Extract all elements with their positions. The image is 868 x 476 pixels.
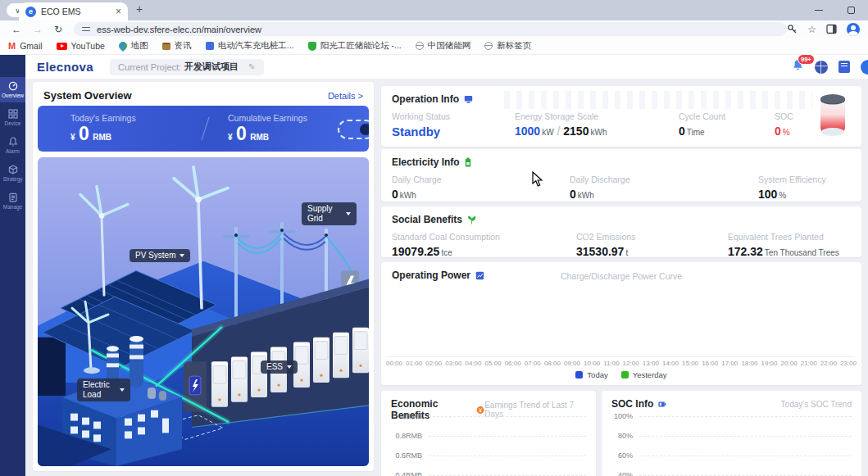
- project-name: 开发调试项目: [184, 61, 239, 73]
- y-tick: 0.4RMB: [389, 471, 422, 476]
- new-tab-button[interactable]: +: [136, 2, 143, 16]
- url-bar[interactable]: ess-web-dev.sfere-elec.cn/main/overview: [74, 22, 787, 36]
- energy-scene-illustration: PV System Supply Grid ESS Electric Load: [38, 157, 369, 466]
- bookmark-youtube[interactable]: YouTube: [57, 41, 105, 51]
- legend-today[interactable]: Today: [575, 370, 607, 379]
- reload-icon[interactable]: ↻: [54, 24, 62, 35]
- leaf-icon: [467, 215, 476, 224]
- sidebar-item-strategy[interactable]: Strategy: [0, 161, 25, 186]
- mouse-cursor: [532, 171, 543, 188]
- panel-title: System Overview: [43, 89, 132, 102]
- system-overview-panel: System Overview Details > Today's Earnin…: [33, 82, 374, 471]
- briefcase-icon: [162, 43, 170, 50]
- cube-icon: [8, 165, 18, 175]
- yesterday-swatch: [621, 371, 629, 379]
- x-axis-tick: 07:00: [525, 360, 541, 367]
- side-panel-icon[interactable]: [826, 24, 837, 34]
- password-key-icon[interactable]: [787, 24, 798, 34]
- bookmark-newtab[interactable]: 新标签页: [484, 40, 531, 52]
- power-chart-plot-area: [388, 287, 855, 357]
- browser-toolbar: ← → ↻ ess-web-dev.sfere-elec.cn/main/ove…: [0, 20, 868, 38]
- browser-profile-avatar[interactable]: [847, 23, 860, 36]
- x-axis-tick: 12:00: [623, 360, 639, 367]
- main-content: System Overview Details > Today's Earnin…: [25, 79, 868, 476]
- x-axis-tick: 05:00: [485, 360, 502, 367]
- x-axis-tick: 14:00: [662, 360, 679, 367]
- gridline: [429, 436, 586, 437]
- bookmark-star-icon[interactable]: ☆: [807, 25, 816, 34]
- device-grid-icon: [8, 109, 18, 119]
- y-tick: 60%: [610, 451, 633, 460]
- url-text[interactable]: ess-web-dev.sfere-elec.cn/main/overview: [97, 25, 261, 34]
- user-avatar[interactable]: [861, 60, 868, 75]
- bookmark-gmail[interactable]: MGmail: [8, 41, 43, 51]
- cumulative-earnings: Cumulative Earnings ¥ 0 RMB: [228, 113, 307, 143]
- chevron-down-icon: [120, 388, 125, 392]
- x-axis-tick: 22:00: [820, 360, 837, 367]
- language-icon[interactable]: [815, 61, 828, 74]
- stat-trees: Equivalent Trees Planted 172.32Ten Thous…: [728, 232, 851, 258]
- social-benefits-card: Social Benefits Standard Coal Consumptio…: [381, 206, 861, 257]
- sidebar-item-alarm[interactable]: Alarm: [0, 133, 25, 158]
- gridline: [429, 416, 586, 417]
- ess-label[interactable]: ESS: [261, 360, 298, 374]
- sidebar-item-manage[interactable]: Manage: [0, 188, 25, 214]
- forward-icon[interactable]: →: [33, 24, 43, 35]
- todays-earnings: Today's Earnings ¥ 0 RMB: [70, 113, 136, 143]
- manual-icon[interactable]: [838, 61, 850, 73]
- brand-logo: Elecnova: [37, 60, 93, 74]
- card-title: SOC Info: [611, 398, 653, 410]
- gauge-icon: [8, 81, 18, 91]
- back-icon[interactable]: ←: [11, 24, 21, 35]
- operation-info-card: Operation Info Working Status Standby En…: [381, 86, 861, 147]
- chevron-down-icon: [287, 365, 292, 369]
- project-label: Current Project:: [118, 62, 181, 72]
- tab-close-icon[interactable]: ×: [116, 7, 121, 16]
- sidebar-item-device[interactable]: Device: [0, 105, 25, 130]
- notifications-button[interactable]: 99+: [792, 59, 804, 75]
- x-axis: 00:0001:0002:0003:0004:0005:0006:0007:00…: [386, 360, 857, 367]
- x-axis-tick: 11:00: [603, 360, 619, 367]
- y-tick: 0.6RMB: [389, 451, 422, 460]
- site-info-icon[interactable]: [82, 27, 90, 31]
- bookmark-cnesa[interactable]: 中国储能网: [416, 40, 471, 52]
- card-title: Social Benefits: [392, 214, 462, 225]
- electric-load-label[interactable]: Electric Load: [77, 379, 130, 401]
- bookmark-forum[interactable]: 阳光工匠储能论坛 -...: [308, 40, 402, 52]
- notification-badge: 99+: [798, 54, 815, 65]
- edit-icon[interactable]: ✎: [248, 62, 255, 71]
- minimize-icon[interactable]: [815, 10, 823, 11]
- maximize-icon[interactable]: [848, 7, 855, 14]
- map-pin-icon: [117, 40, 129, 52]
- battery-illustration: [817, 93, 848, 138]
- bookmark-ev-charger[interactable]: 电动汽车充电桩工...: [206, 40, 294, 52]
- pv-system-label[interactable]: PV System: [130, 249, 190, 262]
- stat-daily-discharge: Daily Discharge 0kWh: [570, 175, 758, 201]
- battery-icon: [465, 157, 471, 167]
- bookmark-maps[interactable]: 地图: [119, 40, 148, 52]
- browser-tabstrip: ∨ e ECO EMS × +: [0, 0, 868, 20]
- browser-tab[interactable]: e ECO EMS ×: [19, 2, 128, 20]
- sidebar-item-overview[interactable]: Overview: [0, 77, 25, 102]
- y-tick: 0.8RMB: [389, 432, 422, 440]
- gridline: [639, 456, 852, 456]
- x-axis-tick: 18:00: [741, 360, 757, 367]
- electricity-info-card: Electricity Info Daily Charge 0kWh Daily…: [381, 149, 861, 202]
- youtube-icon: [57, 43, 67, 50]
- today-swatch: [575, 371, 583, 379]
- gridline: [639, 475, 852, 476]
- card-title: Operation Info: [392, 93, 459, 105]
- soc-info-card: SOC Info Today's SOC Trend 100% 80% 60% …: [602, 391, 861, 476]
- supply-grid-label[interactable]: Supply Grid: [302, 202, 357, 225]
- gridline: [639, 436, 852, 437]
- bookmark-news[interactable]: 资讯: [162, 40, 192, 52]
- ev-icon: [206, 42, 214, 50]
- details-link[interactable]: Details >: [328, 91, 363, 101]
- x-axis-tick: 01:00: [406, 360, 422, 367]
- monitor-icon: [464, 95, 473, 104]
- earnings-banner: Today's Earnings ¥ 0 RMB Cumulative Earn…: [38, 106, 369, 152]
- legend-yesterday[interactable]: Yesterday: [621, 370, 667, 379]
- x-axis-tick: 23:00: [840, 360, 857, 367]
- x-axis-tick: 08:00: [544, 360, 561, 367]
- current-project-selector[interactable]: Current Project: 开发调试项目 ✎: [110, 59, 263, 75]
